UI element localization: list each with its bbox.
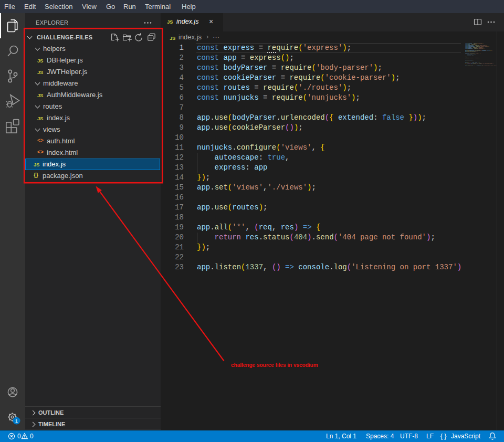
- svg-text:challenge source files in vsco: challenge source files in vscodium: [231, 362, 318, 368]
